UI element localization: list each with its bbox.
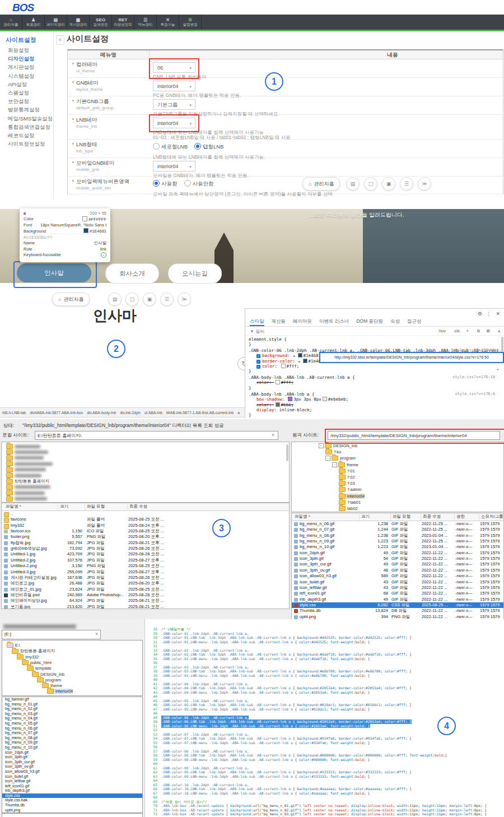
file-row-메인로고.jpg[interactable]: 메인로고.jpg26,488JPG 파일2025-08-20 오후 ... bbox=[2, 581, 289, 586]
file-row-bg_menu_n_07.gif[interactable]: bg_menu_n_07.gif1,244GIF 파일2022-11-25 ..… bbox=[292, 527, 503, 532]
css-property-box-shadow[interactable]: box-shadow: 3px 3px 8px#ebebeb; bbox=[249, 397, 501, 402]
devtools-tab-계산됨[interactable]: 계산됨 bbox=[272, 318, 286, 326]
editor-file-icon_2dph.gif[interactable]: icon_2dph.gif bbox=[2, 750, 142, 755]
editor-file-icon_3pth_cur.gif[interactable]: icon_3pth_cur.gif bbox=[2, 760, 142, 765]
editor-file-lnb_depth3.gif[interactable]: lnb_depth3.gif bbox=[2, 788, 142, 793]
local-tree-row[interactable] bbox=[6, 490, 45, 495]
remote-tree-tab01[interactable]: ?tab01 bbox=[339, 500, 361, 505]
local-tree-row[interactable] bbox=[6, 456, 44, 461]
file-row-Untitled-3.jpg[interactable]: Untitled-3.jpg255,099JPG 파일2025-08-27 오후… bbox=[2, 569, 289, 575]
column-header-파일명[interactable]: 파일명 ^ bbox=[4, 504, 21, 510]
expander-icon[interactable]: − bbox=[319, 443, 324, 448]
remote-tree-tab02[interactable]: tab02 bbox=[339, 506, 358, 511]
file-row-ftp접속.jpg[interactable]: ftp접속.jpg162,794JPG 파일2025-08-21 오후 ... bbox=[2, 540, 289, 546]
nav-item-확장기능[interactable]: ✕확장기능 bbox=[157, 15, 179, 30]
sidebar-item-디자인설정[interactable]: 디자인설정 bbox=[8, 55, 35, 63]
file-row-favicons[interactable]: favicons파일 폴더2025-08-25 오전 ... bbox=[2, 517, 289, 522]
sidebar-item-메일/SMS발송설정[interactable]: 메일/SMS발송설정 bbox=[8, 115, 53, 123]
sidebar-item-스팸설정[interactable]: 스팸설정 bbox=[8, 90, 29, 97]
remote-tree-admin[interactable]: ?admin bbox=[339, 487, 362, 492]
sidebar-item-통합검색연결설정[interactable]: 통합검색연결설정 bbox=[8, 124, 50, 131]
remote-tree-02[interactable]: ?02 bbox=[339, 475, 355, 480]
breadcrumb-item[interactable]: div#ABA-lnb-5877.ABA-lnb-box bbox=[30, 411, 83, 415]
breadcrumb-item[interactable]: a bbox=[237, 411, 240, 415]
property-checkbox[interactable]: ✓ bbox=[256, 354, 260, 358]
radio-option-세로형LNB[interactable]: 세로형LNB bbox=[153, 143, 188, 151]
hov-toggle[interactable]: :hov bbox=[438, 328, 446, 333]
toolbar-icon-0[interactable]: ▤ bbox=[108, 293, 122, 306]
file-row-icon_3pth.gif[interactable]: icon_3pth.gif54GIF 파일2022-11-22 ...-rwxr… bbox=[292, 556, 503, 561]
editor-file-bg_menu_n_09.gif[interactable]: bg_menu_n_09.gif bbox=[2, 740, 142, 745]
file-row-left_icon01.gif[interactable]: left_icon01.gif68GIF 파일2022-11-22 ...-rw… bbox=[292, 591, 503, 596]
editor-file-icon_leftbar.gif[interactable]: icon_leftbar.gif bbox=[2, 779, 142, 784]
column-header-파일 유형[interactable]: 파일 유형 bbox=[390, 514, 410, 521]
editor-tree-theme[interactable]: theme bbox=[42, 683, 62, 688]
sidebar-item-게시판설정[interactable]: 게시판설정 bbox=[8, 64, 35, 71]
column-header-최종 수정[interactable]: 최종 수정 bbox=[421, 514, 441, 521]
expander-icon[interactable]: − bbox=[332, 462, 337, 467]
nav-item-검색엔진[interactable]: SEO검색엔진 bbox=[90, 15, 112, 30]
local-tree-row[interactable] bbox=[6, 473, 41, 478]
nav-item-리텐션전략[interactable]: RET리텐션전략 bbox=[112, 15, 134, 30]
file-row-icon_3pth_cur.gif[interactable]: icon_3pth_cur.gif49GIF 파일2022-11-22 ...-… bbox=[292, 561, 503, 567]
nav-item-게시판관리[interactable]: ▦게시판관리 bbox=[67, 15, 90, 30]
editor-file-left_icon01.gif[interactable]: left_icon01.gif bbox=[2, 784, 142, 789]
stylesheet-source-link[interactable]: style.css?v=176:8 bbox=[455, 392, 495, 397]
breadcrumb-item[interactable]: ul.ABA-lnb bbox=[144, 411, 162, 415]
nav-item-메뉴관리[interactable]: ☰메뉴관리 bbox=[134, 15, 157, 30]
grid-icon[interactable]: ⊞ bbox=[487, 328, 490, 333]
file-row-bg_menu_n_06.gif[interactable]: bg_menu_n_06.gif1,238GIF 파일2022-11-25 ..… bbox=[292, 521, 503, 527]
file-row-lnb_depth3.gif[interactable]: lnb_depth3.gif49GIF 파일2022-11-22 ...-rwx… bbox=[292, 597, 503, 602]
file-row-bg_menu_n_08.gif[interactable]: bg_menu_n_08.gif1,238GIF 파일2023-01-04 ..… bbox=[292, 533, 503, 539]
lnb-tab-directions[interactable]: 오시는길 bbox=[168, 263, 222, 284]
breadcrumb-item[interactable]: div.lnb-2dph bbox=[120, 411, 141, 415]
nav-item-페이지관리[interactable]: ▤페이지관리 bbox=[45, 15, 67, 30]
editor-file-bg_menu_n_03.gif[interactable]: bg_menu_n_03.gif bbox=[2, 712, 142, 717]
sidebar-item-회원설정[interactable]: 회원설정 bbox=[8, 47, 29, 54]
devtools-close-icon[interactable]: ✕ bbox=[496, 311, 500, 317]
editor-file-bg_menu_n_07.gif[interactable]: bg_menu_n_07.gif bbox=[2, 731, 142, 736]
sidebar-item-API설정[interactable]: API설정 bbox=[8, 81, 27, 89]
nav-item-회원관리[interactable]: ♟회원관리 bbox=[22, 15, 45, 30]
devtools-tab-이벤트 리스너[interactable]: 이벤트 리스너 bbox=[319, 318, 349, 326]
mobile_gnb-select[interactable]: interior04▾ bbox=[153, 161, 195, 171]
column-header-소유자/그룹[interactable]: 소유자/그룹 bbox=[479, 514, 503, 521]
file-row-Untitled-2.jpg[interactable]: Untitled-2.jpg107,576JPG 파일2025-08-27 오후… bbox=[2, 558, 289, 563]
radio-option-사용함[interactable]: 사용함 bbox=[153, 180, 178, 188]
local-tree-row[interactable] bbox=[6, 444, 40, 449]
file-row-Thumbs.db[interactable]: Thumbs.db13,824DB 파일2022-11-22 ...-rwxr-… bbox=[292, 608, 503, 614]
css-property-color[interactable]: color: #666; bbox=[249, 402, 501, 407]
color-swatch[interactable] bbox=[298, 353, 302, 358]
toolbar-icon-2[interactable]: ▣ bbox=[382, 177, 395, 191]
radio-unchecked[interactable] bbox=[184, 180, 191, 187]
add-declaration-plus[interactable]: + bbox=[496, 367, 499, 372]
admin-home-button[interactable]: ⌂ 관리자홈 bbox=[302, 177, 340, 191]
devtools-menu-icon[interactable]: ⋮ bbox=[486, 311, 491, 317]
radio-option-사용안함[interactable]: 사용안함 bbox=[184, 180, 214, 188]
devtools-tab-DOM 중단점[interactable]: DOM 중단점 bbox=[356, 318, 383, 326]
toolbar-icon-1[interactable]: ▢ bbox=[364, 177, 377, 191]
toolbar-icon-4[interactable]: ≫ bbox=[178, 293, 191, 306]
file-row-gnb와lnb색상값.jpg[interactable]: gnb와lnb색상값.jpg73,092JPG 파일2025-08-26 오전 … bbox=[2, 546, 289, 551]
local-site-input[interactable]: E:\탄탄튼튼 홈페이지\ bbox=[35, 431, 278, 440]
scroll-up-icon[interactable]: ▲ bbox=[497, 328, 501, 333]
breadcrumb-item[interactable]: li#AB-lnb-5877-1.AB-first.AB-current-lnb bbox=[166, 411, 234, 415]
editor-tree-public_html[interactable]: public_html bbox=[22, 660, 52, 665]
editor-file-icon_3pth.gif[interactable]: icon_3pth.gif bbox=[2, 755, 142, 760]
editor-file-icon_bulet.gif[interactable]: icon_bulet.gif bbox=[2, 774, 142, 779]
expander-icon[interactable]: − bbox=[325, 456, 330, 461]
editor-file-style.css[interactable]: style.css bbox=[2, 793, 142, 799]
sidebar-item-사이트정보설정[interactable]: 사이트정보설정 bbox=[8, 141, 45, 148]
file-row-..[interactable]: .. bbox=[2, 511, 289, 517]
lnb-tab-about[interactable]: 회사소개 bbox=[105, 263, 159, 284]
editor-file-icon_3pth_ov.gif[interactable]: icon_3pth_ov.gif bbox=[2, 764, 142, 769]
css-property-color[interactable]: ✓color: #fff; bbox=[249, 364, 501, 369]
remote-tree-DESIGN_lnb[interactable]: −DESIGN_lnb bbox=[319, 443, 357, 448]
column-header-크기[interactable]: 크기 bbox=[359, 514, 370, 521]
local-dropdown-icon[interactable]: ∨ bbox=[272, 433, 274, 437]
local-tree-row[interactable] bbox=[6, 496, 47, 502]
toolbar-icon-4[interactable]: ≫ bbox=[418, 177, 431, 191]
toolbar-icon-3[interactable]: ☰ bbox=[400, 177, 413, 191]
file-row-메인페이지상단.jpg[interactable]: 메인페이지상단.jpg64,924JPG 파일2025-08-21 오전 ... bbox=[2, 598, 289, 604]
radio-unchecked[interactable] bbox=[153, 143, 160, 150]
